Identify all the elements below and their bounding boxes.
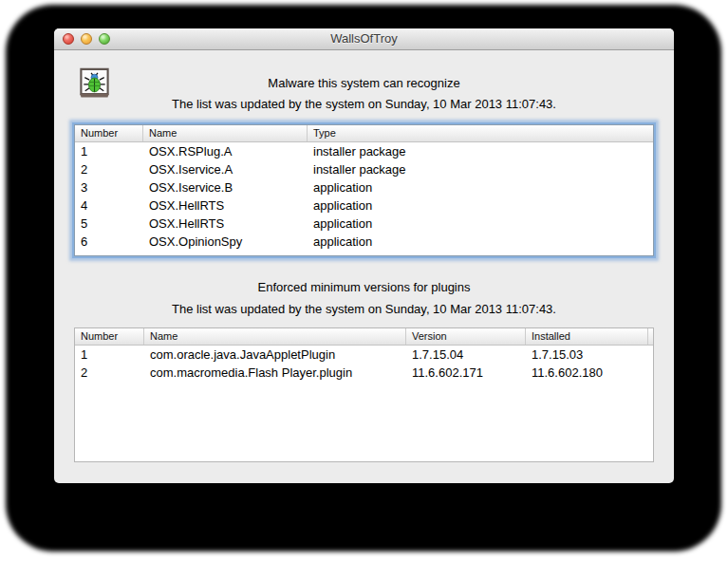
cell-name: OSX.HellRTS	[143, 215, 308, 233]
table-row[interactable]: 3 OSX.Iservice.B application	[75, 178, 653, 196]
cell-number: 7	[75, 251, 143, 255]
column-header-type[interactable]: Type	[308, 125, 653, 141]
cell-version: 1.7.15.04	[406, 346, 526, 364]
cell-name: OSX.Iservice.A	[143, 160, 308, 178]
cell-number: 2	[75, 160, 143, 178]
cell-name: OSX.MacDefender.A	[143, 251, 308, 255]
cell-number: 3	[75, 178, 143, 196]
plugins-table-header: Number Name Version Installed	[75, 328, 653, 346]
table-row[interactable]: 2 OSX.Iservice.A installer package	[75, 160, 653, 178]
cell-type: installer package	[308, 251, 653, 255]
cell-number: 5	[75, 215, 143, 233]
cell-number: 6	[75, 233, 143, 251]
malware-table: Number Name Type 1 OSX.RSPlug.A installe…	[74, 124, 654, 256]
column-header-number[interactable]: Number	[75, 125, 143, 141]
table-row[interactable]: 7 OSX.MacDefender.A installer package	[75, 251, 653, 255]
table-row[interactable]: 6 OSX.OpinionSpy application	[75, 233, 653, 251]
table-row[interactable]: 5 OSX.HellRTS application	[75, 215, 653, 233]
cell-number: 4	[75, 196, 143, 215]
plugins-table-body: 1 com.oracle.java.JavaAppletPlugin 1.7.1…	[75, 346, 653, 461]
column-header-spacer	[648, 328, 654, 345]
malware-updated-text: The list was updated by the system on Su…	[54, 97, 674, 111]
traffic-lights	[63, 33, 110, 45]
table-row[interactable]: 4 OSX.HellRTS application	[75, 196, 653, 215]
cell-name: OSX.RSPlug.A	[143, 142, 308, 160]
cell-number: 1	[75, 346, 144, 364]
cell-type: installer package	[308, 142, 653, 160]
table-row[interactable]: 2 com.macromedia.Flash Player.plugin 11.…	[75, 364, 653, 382]
cell-installed: 1.7.15.03	[526, 346, 648, 364]
column-header-number[interactable]: Number	[75, 328, 144, 345]
cell-type: application	[308, 196, 653, 215]
cell-name: com.oracle.java.JavaAppletPlugin	[144, 346, 406, 364]
plugins-table: Number Name Version Installed 1 com.orac…	[74, 327, 654, 462]
plugins-section-heading: Enforced minimum versions for plugins	[54, 280, 674, 294]
cell-installed: 11.6.602.180	[526, 364, 648, 382]
malware-table-header: Number Name Type	[75, 125, 653, 142]
zoom-icon[interactable]	[99, 33, 110, 45]
cell-name: OSX.HellRTS	[143, 196, 308, 215]
column-header-installed[interactable]: Installed	[526, 328, 648, 345]
cell-type: application	[308, 178, 653, 196]
cell-number: 2	[75, 364, 144, 382]
cell-number: 1	[75, 142, 143, 160]
cell-name: OSX.Iservice.B	[143, 178, 308, 196]
app-window: WallsOfTroy Malware this system can reco…	[54, 28, 674, 483]
window-title: WallsOfTroy	[54, 28, 674, 49]
cell-type: application	[308, 233, 653, 251]
cell-name: com.macromedia.Flash Player.plugin	[144, 364, 406, 382]
plugins-updated-text: The list was updated by the system on Su…	[54, 302, 674, 316]
minimize-icon[interactable]	[81, 33, 92, 45]
cell-type: installer package	[308, 160, 653, 178]
column-header-version[interactable]: Version	[406, 328, 526, 345]
title-bar[interactable]: WallsOfTroy	[54, 28, 674, 50]
malware-table-body: 1 OSX.RSPlug.A installer package 2 OSX.I…	[75, 142, 653, 255]
column-header-name[interactable]: Name	[143, 125, 308, 141]
close-icon[interactable]	[63, 33, 74, 45]
cell-version: 11.6.602.171	[406, 364, 526, 382]
cell-type: application	[308, 215, 653, 233]
column-header-name[interactable]: Name	[144, 328, 406, 345]
table-row[interactable]: 1 com.oracle.java.JavaAppletPlugin 1.7.1…	[75, 346, 653, 364]
table-row[interactable]: 1 OSX.RSPlug.A installer package	[75, 142, 653, 160]
malware-section-heading: Malware this system can recognize	[54, 76, 674, 90]
cell-name: OSX.OpinionSpy	[143, 233, 308, 251]
